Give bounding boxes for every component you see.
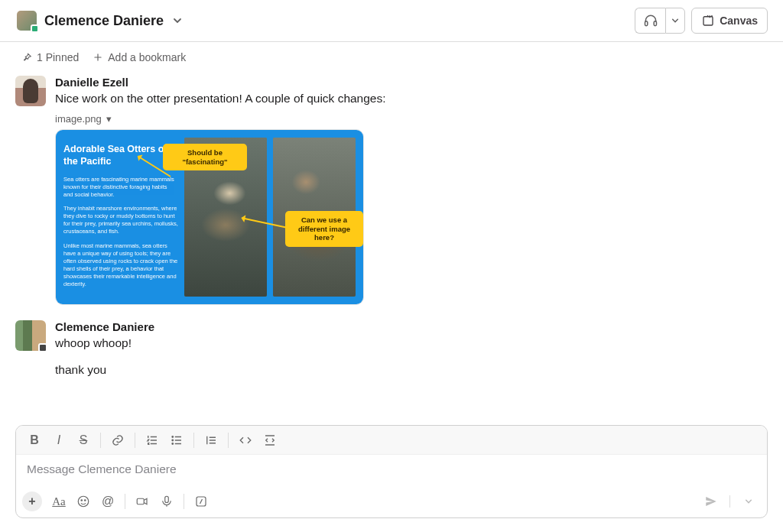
emoji-button[interactable] (71, 490, 96, 513)
huddle-button[interactable] (635, 8, 665, 34)
slide-text-column: Adorable Sea Otters of the Pacific Sea o… (63, 138, 178, 297)
message-author[interactable]: Clemence Daniere (55, 320, 768, 333)
channel-header: Clemence Daniere Canvas (0, 0, 783, 42)
ordered-list-button[interactable] (140, 429, 164, 452)
formatting-icon: Aa (52, 495, 66, 508)
chevron-down-icon (173, 16, 182, 25)
pinned-label: 1 Pinned (37, 51, 79, 63)
shortcuts-button[interactable] (189, 490, 213, 513)
audio-button[interactable] (154, 490, 179, 513)
message-list: Danielle Ezell Nice work on the otter pr… (0, 73, 783, 377)
slide-paragraph: Unlike most marine mammals, sea otters h… (63, 242, 178, 289)
canvas-button[interactable]: Canvas (691, 8, 768, 34)
svg-rect-1 (654, 21, 656, 26)
chevron-down-icon (745, 498, 752, 505)
canvas-label: Canvas (720, 15, 758, 27)
send-options-button[interactable] (736, 490, 761, 513)
canvas-icon (701, 14, 715, 28)
add-bookmark-label: Add a bookmark (108, 51, 186, 63)
slide-paragraph: They inhabit nearshore environments, whe… (63, 205, 178, 236)
annotation-note: Can we use a different image here? (285, 211, 363, 246)
annotation-note: Should be "fascinating" (163, 144, 247, 170)
code-block-button[interactable] (258, 429, 282, 452)
plus-icon (93, 52, 103, 63)
attachment-header[interactable]: image.png ▾ (55, 113, 768, 125)
header-actions: Canvas (635, 8, 768, 34)
svg-rect-10 (165, 496, 169, 502)
italic-button[interactable]: I (47, 429, 71, 452)
blockquote-button[interactable] (199, 429, 223, 452)
blockquote-icon (204, 433, 218, 447)
plus-icon: + (28, 495, 35, 508)
huddle-menu-button[interactable] (665, 8, 685, 34)
message-text: whoop whoop! (55, 335, 768, 352)
bookmark-bar: 1 Pinned Add a bookmark (0, 42, 783, 73)
attachment-name: image.png (55, 113, 102, 125)
message-composer: B I S Message Clemence Daniere + (15, 425, 768, 518)
header-avatar (17, 11, 37, 31)
svg-point-3 (172, 436, 174, 437)
send-button[interactable] (699, 490, 723, 513)
bullet-list-icon (170, 433, 184, 447)
svg-point-6 (78, 496, 89, 507)
svg-point-5 (172, 443, 174, 444)
emoji-icon (76, 495, 90, 508)
pinned-button[interactable]: 1 Pinned (21, 51, 79, 63)
svg-rect-0 (645, 21, 647, 26)
code-button[interactable] (233, 429, 258, 452)
add-bookmark-button[interactable]: Add a bookmark (93, 51, 186, 63)
mention-icon: @ (102, 495, 114, 508)
svg-point-7 (81, 500, 83, 501)
avatar[interactable] (15, 320, 46, 351)
composer-format-toolbar: B I S (16, 426, 767, 455)
message-author[interactable]: Danielle Ezell (55, 76, 768, 89)
svg-rect-9 (137, 498, 144, 504)
send-icon (704, 495, 718, 508)
svg-rect-2 (703, 17, 713, 25)
headphones-icon (643, 13, 658, 28)
svg-point-4 (172, 440, 174, 441)
composer-input[interactable]: Message Clemence Daniere (16, 455, 767, 488)
formatting-toggle-button[interactable]: Aa (47, 490, 71, 513)
attach-button[interactable]: + (22, 491, 42, 511)
presence-indicator (31, 24, 39, 33)
slide-title: Adorable Sea Otters of the Pacific (63, 144, 178, 167)
video-icon (135, 495, 149, 508)
slash-icon (194, 495, 208, 508)
message: Clemence Daniere whoop whoop! (15, 320, 768, 352)
code-block-icon (263, 433, 277, 447)
bold-button[interactable]: B (22, 429, 47, 452)
message: Danielle Ezell Nice work on the otter pr… (15, 76, 768, 305)
ordered-list-icon (145, 433, 159, 447)
link-icon (111, 433, 125, 447)
channel-title-button[interactable]: Clemence Daniere (17, 11, 182, 31)
video-button[interactable] (130, 490, 154, 513)
strikethrough-button[interactable]: S (71, 429, 96, 452)
pin-icon (21, 52, 32, 63)
presence-indicator (38, 343, 47, 352)
code-icon (239, 433, 252, 447)
link-button[interactable] (106, 429, 130, 452)
channel-name: Clemence Daniere (44, 13, 164, 29)
svg-point-8 (85, 500, 86, 501)
attachment-image[interactable]: Adorable Sea Otters of the Pacific Sea o… (55, 129, 364, 305)
chevron-down-icon (671, 17, 679, 24)
message-text: thank you (55, 363, 768, 377)
bullet-list-button[interactable] (164, 429, 189, 452)
avatar[interactable] (15, 76, 46, 106)
message-text: Nice work on the otter presentation! A c… (55, 90, 768, 107)
mention-button[interactable]: @ (96, 490, 120, 513)
slide-paragraph: Sea otters are fascinating marine mammal… (63, 176, 178, 199)
composer-action-toolbar: + Aa @ (16, 488, 767, 517)
microphone-icon (160, 495, 174, 508)
caret-down-icon: ▾ (106, 113, 112, 125)
